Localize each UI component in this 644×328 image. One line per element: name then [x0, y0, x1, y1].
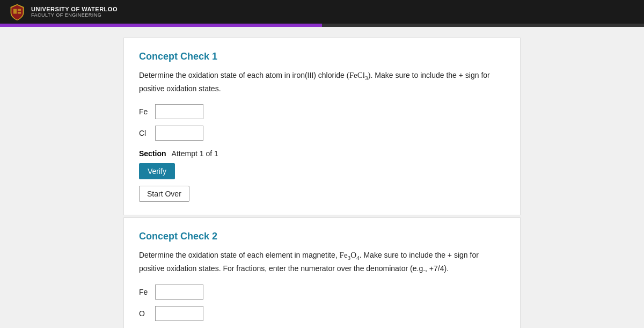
- concept-check-2-card: Concept Check 2 Determine the oxidation …: [123, 217, 521, 328]
- progress-bar-area: [0, 24, 644, 27]
- description-text-1: Determine the oxidation state of each at…: [139, 71, 347, 79]
- university-shield-icon: [9, 3, 26, 20]
- svg-rect-0: [13, 9, 17, 14]
- fe-label-1: Fe: [139, 107, 150, 116]
- faculty-name: FACULTY OF ENGINEERING: [31, 12, 118, 18]
- fe-label-2: Fe: [139, 288, 150, 296]
- header-text: UNIVERSITY OF WATERLOO FACULTY OF ENGINE…: [31, 6, 118, 18]
- fe-input-row-1: Fe: [139, 104, 505, 119]
- concept-check-1-card: Concept Check 1 Determine the oxidation …: [123, 38, 521, 215]
- attempt-text-1: Attempt 1 of 1: [172, 149, 218, 158]
- svg-rect-2: [18, 12, 21, 14]
- fe-answer-input-1[interactable]: [155, 104, 203, 119]
- description-text-2: Determine the oxidation state of each el…: [139, 251, 340, 259]
- start-over-button-1[interactable]: Start Over: [139, 186, 189, 202]
- logo-area: UNIVERSITY OF WATERLOO FACULTY OF ENGINE…: [9, 3, 118, 20]
- verify-button-1[interactable]: Verify: [139, 163, 175, 179]
- svg-rect-1: [18, 9, 21, 11]
- formula-2: Fe3O4: [340, 251, 360, 259]
- o-input-row-2: O: [139, 306, 505, 321]
- header: UNIVERSITY OF WATERLOO FACULTY OF ENGINE…: [0, 0, 644, 24]
- section-label-1: Section: [139, 149, 166, 158]
- main-content: Concept Check 1 Determine the oxidation …: [0, 27, 644, 328]
- cl-input-row-1: Cl: [139, 126, 505, 141]
- content-wrapper: Concept Check 1 Determine the oxidation …: [123, 38, 521, 328]
- section-row-1: Section Attempt 1 of 1: [139, 149, 505, 158]
- o-label-2: O: [139, 309, 150, 318]
- cl-answer-input-1[interactable]: [155, 126, 203, 141]
- concept-check-1-title: Concept Check 1: [139, 51, 505, 62]
- formula-1: (FeCl3): [347, 71, 371, 79]
- o-answer-input-2[interactable]: [155, 306, 203, 321]
- fe-answer-input-2[interactable]: [155, 285, 203, 300]
- cl-label-1: Cl: [139, 129, 150, 137]
- concept-check-2-description: Determine the oxidation state of each el…: [139, 249, 505, 274]
- progress-bar-fill: [0, 24, 322, 27]
- fe-input-row-2: Fe: [139, 285, 505, 300]
- university-name: UNIVERSITY OF WATERLOO: [31, 6, 118, 12]
- concept-check-2-title: Concept Check 2: [139, 231, 505, 242]
- concept-check-1-description: Determine the oxidation state of each at…: [139, 69, 505, 94]
